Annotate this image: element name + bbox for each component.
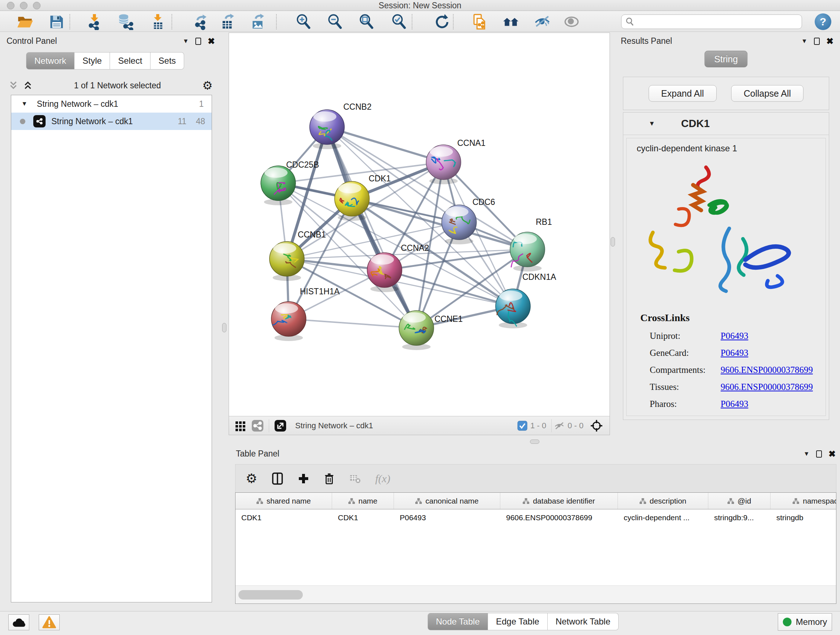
graph-node-CCNB1[interactable]: CCNB1 xyxy=(270,230,326,281)
collection-expander-icon[interactable]: ▼ xyxy=(21,100,27,108)
column-header-name[interactable]: name xyxy=(332,493,394,509)
table-options-gear-icon[interactable]: ⚙ xyxy=(246,471,257,486)
left-splitter-handle[interactable] xyxy=(222,323,226,333)
table-cell[interactable]: CDK1 xyxy=(332,513,394,522)
table-row[interactable]: CDK1CDK1P064939606.ENSP00000378699cyclin… xyxy=(235,509,836,526)
show-all-icon[interactable] xyxy=(563,13,580,30)
scrollbar-thumb[interactable] xyxy=(238,590,303,600)
maximize-panel-icon[interactable] xyxy=(195,38,201,45)
import-network-icon[interactable] xyxy=(86,13,103,30)
close-panel-icon[interactable]: ✖ xyxy=(829,450,836,458)
table-cell[interactable]: stringdb xyxy=(771,513,836,522)
help-button[interactable]: ? xyxy=(815,13,831,30)
network-view-title: String Network – cdk1 xyxy=(295,421,373,431)
export-view-icon[interactable] xyxy=(274,420,286,432)
table-cell[interactable]: 9606.ENSP00000378699 xyxy=(500,513,618,522)
horizontal-scrollbar[interactable] xyxy=(235,585,836,603)
network-node-count: 11 xyxy=(178,117,187,126)
network-row-selected[interactable]: String Network – cdk1 11 48 xyxy=(11,112,212,130)
zoom-out-icon[interactable] xyxy=(327,13,343,30)
table-cell[interactable]: stringdb:9... xyxy=(708,513,771,522)
right-splitter-handle[interactable] xyxy=(611,237,615,247)
graph-node-RB1[interactable]: RB1 xyxy=(510,217,552,272)
tab-network-table[interactable]: Network Table xyxy=(548,613,619,630)
crosslink-link[interactable]: 9606.ENSP00000378699 xyxy=(721,382,813,392)
import-table-icon[interactable] xyxy=(149,13,166,30)
results-actions: Expand All Collapse All xyxy=(623,77,829,110)
tab-style[interactable]: Style xyxy=(74,52,110,70)
hide-selected-icon[interactable] xyxy=(534,13,551,30)
maximize-panel-icon[interactable] xyxy=(816,450,822,458)
save-session-icon[interactable] xyxy=(48,13,65,30)
open-session-icon[interactable] xyxy=(17,13,33,30)
graph-node-HIST1H1A[interactable]: HIST1H1A xyxy=(271,287,340,341)
tab-string[interactable]: String xyxy=(704,51,747,67)
bottom-splitter-handle[interactable] xyxy=(530,440,539,444)
graph-node-CCNB2[interactable]: CCNB2 xyxy=(309,102,371,149)
graph-node-CCNE1[interactable]: CCNE1 xyxy=(399,310,463,350)
gene-expander-icon[interactable]: ▼ xyxy=(649,120,655,127)
export-image-icon[interactable] xyxy=(249,13,266,30)
crosslink-link[interactable]: 9606.ENSP00000378699 xyxy=(721,365,813,375)
expand-all-button[interactable]: Expand All xyxy=(649,85,717,102)
float-panel-icon[interactable]: ▼ xyxy=(183,38,189,45)
network-collection-row[interactable]: ▼ String Network – cdk1 1 xyxy=(11,95,212,112)
cloud-icon xyxy=(12,617,26,628)
collapse-all-button[interactable]: Collapse All xyxy=(731,85,804,102)
crosslink-link[interactable]: P06493 xyxy=(721,399,748,409)
network-canvas[interactable]: CCNB2CCNA1CDC25BCDK1CDC6RB1CCNB1CCNA2CDK… xyxy=(229,33,609,416)
column-header-shared-name[interactable]: shared name xyxy=(235,493,332,509)
search-input[interactable] xyxy=(635,17,794,27)
collapse-all-icon[interactable] xyxy=(9,81,18,90)
network-badge-icon[interactable] xyxy=(251,420,264,432)
graph-node-CCNA1[interactable]: CCNA1 xyxy=(426,138,485,184)
tab-edge-table[interactable]: Edge Table xyxy=(488,613,548,630)
table-cell[interactable]: cyclin-dependent ... xyxy=(618,513,708,522)
column-header-canonical-name[interactable]: canonical name xyxy=(394,493,500,509)
float-panel-icon[interactable]: ▼ xyxy=(801,38,807,45)
birdseye-view-icon[interactable] xyxy=(235,420,246,432)
expand-all-icon[interactable] xyxy=(23,81,33,90)
show-columns-icon[interactable] xyxy=(271,472,284,485)
maximize-panel-icon[interactable] xyxy=(814,38,820,45)
zoom-selected-icon[interactable] xyxy=(391,13,407,30)
search-icon xyxy=(625,17,635,27)
column-header-namespace[interactable]: namespace xyxy=(771,493,836,509)
clone-network-icon[interactable] xyxy=(471,13,488,30)
tab-network[interactable]: Network xyxy=(26,52,74,70)
navigate-crosshair-icon[interactable] xyxy=(590,419,603,432)
close-panel-icon[interactable]: ✖ xyxy=(826,38,834,45)
hidden-eye-icon xyxy=(554,420,565,431)
tab-select[interactable]: Select xyxy=(110,52,150,70)
export-network-icon[interactable] xyxy=(193,13,210,30)
crosslink-link[interactable]: P06493 xyxy=(721,348,748,358)
close-panel-icon[interactable]: ✖ xyxy=(208,38,215,45)
crosslink-row: Compartments:9606.ENSP00000378699 xyxy=(650,361,818,378)
selected-checkbox-icon[interactable] xyxy=(517,421,527,431)
table-cell[interactable]: P06493 xyxy=(394,513,500,522)
toolbar-separator xyxy=(69,14,70,29)
import-network-from-database-icon[interactable] xyxy=(117,13,134,30)
zoom-in-icon[interactable] xyxy=(295,13,312,30)
float-panel-icon[interactable]: ▼ xyxy=(804,450,810,458)
refresh-icon[interactable] xyxy=(433,13,450,30)
create-column-icon[interactable] xyxy=(298,473,309,485)
graph-node-CDKN1A[interactable]: CDKN1A xyxy=(496,272,556,328)
zoom-fit-icon[interactable] xyxy=(358,13,375,30)
warnings-button[interactable] xyxy=(39,614,60,630)
graph-edge-HIST1H1A-CCNE1[interactable] xyxy=(289,319,416,328)
first-neighbors-icon[interactable] xyxy=(502,13,519,30)
table-cell[interactable]: CDK1 xyxy=(235,513,332,522)
tab-node-table[interactable]: Node Table xyxy=(428,613,488,630)
memory-button[interactable]: Memory xyxy=(778,613,832,631)
column-header-@id[interactable]: @id xyxy=(708,493,771,509)
delete-column-icon[interactable] xyxy=(323,472,335,485)
graph-node-label-CDC6: CDC6 xyxy=(472,197,495,207)
network-options-gear-icon[interactable]: ⚙ xyxy=(202,80,213,91)
tab-sets[interactable]: Sets xyxy=(150,52,184,70)
column-header-description[interactable]: description xyxy=(618,493,708,509)
cloud-button[interactable] xyxy=(8,614,29,630)
crosslink-link[interactable]: P06493 xyxy=(721,331,748,341)
export-table-icon[interactable] xyxy=(219,13,236,30)
column-header-database-identifier[interactable]: database identifier xyxy=(500,493,618,509)
